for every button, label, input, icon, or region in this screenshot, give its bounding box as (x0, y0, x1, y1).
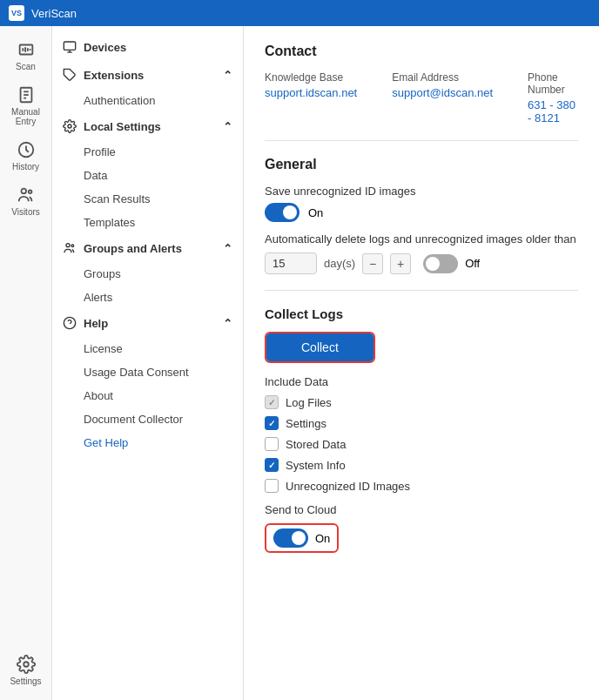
sidebar-devices-label: Devices (84, 41, 126, 54)
save-unrecognized-toggle[interactable] (265, 203, 300, 222)
contact-title: Contact (265, 44, 578, 59)
days-input-row: day(s) − + Off (265, 252, 578, 274)
history-icon (17, 140, 36, 159)
checkbox-system-info: System Info (265, 458, 578, 472)
contact-email: Email Address support@idscan.net (392, 71, 493, 125)
groups-alerts-chevron: ⌃ (223, 242, 232, 255)
save-unrecognized-toggle-row: On (265, 203, 578, 222)
knowledge-base-label: Knowledge Base (265, 71, 357, 84)
svg-point-18 (66, 244, 70, 247)
sidebar-item-alerts[interactable]: Alerts (52, 286, 243, 309)
sidebar-item-scan-results[interactable]: Scan Results (52, 187, 243, 211)
groups-icon (63, 241, 77, 255)
auto-delete-toggle-label: Off (465, 257, 480, 270)
settings-icon (17, 655, 36, 674)
sidebar-section-help[interactable]: Help ⌃ (52, 309, 243, 337)
top-bar: VS VeriScan (0, 0, 599, 26)
auto-delete-toggle[interactable] (423, 254, 458, 273)
icon-nav: Scan Manual Entry History Visitors (0, 26, 52, 700)
sidebar-help-label: Help (84, 317, 108, 330)
app-title: VeriScan (31, 7, 77, 20)
email-label: Email Address (392, 71, 493, 84)
sidebar-section-groups-alerts[interactable]: Groups and Alerts ⌃ (52, 234, 243, 262)
nav-history[interactable]: History (0, 133, 51, 178)
extensions-icon (63, 68, 77, 82)
settings-label: Settings (286, 417, 326, 430)
extensions-chevron: ⌃ (223, 69, 232, 82)
sidebar-section-devices[interactable]: Devices (52, 33, 243, 61)
sidebar-item-authentication[interactable]: Authentication (52, 89, 243, 112)
settings-checkbox[interactable] (265, 416, 279, 430)
sidebar-section-extensions[interactable]: Extensions ⌃ (52, 61, 243, 89)
sidebar-item-usage-data-consent[interactable]: Usage Data Consent (52, 360, 243, 384)
days-input[interactable] (265, 252, 317, 274)
nav-visitors[interactable]: Visitors (0, 178, 51, 224)
local-settings-icon (63, 119, 77, 133)
knowledge-base-link[interactable]: support.idscan.net (265, 86, 357, 99)
phone-label: Phone Number (528, 71, 578, 96)
manual-entry-icon (17, 85, 36, 104)
nav-settings-label: Settings (10, 676, 41, 686)
days-decrement-button[interactable]: − (362, 253, 383, 274)
log-files-checkbox[interactable] (265, 395, 279, 409)
sidebar-item-document-collector[interactable]: Document Collector (52, 407, 243, 431)
general-title: General (265, 157, 578, 172)
collect-logs-section: Collect Logs Collect Include Data Log Fi… (265, 306, 578, 553)
icon-nav-bottom: Settings (0, 648, 51, 700)
save-unrecognized-toggle-label: On (308, 206, 323, 219)
app-logo: VS (9, 5, 24, 21)
nav-manual-entry[interactable]: Manual Entry (0, 78, 51, 133)
collect-logs-title: Collect Logs (265, 306, 578, 321)
sidebar-item-groups[interactable]: Groups (52, 262, 243, 286)
sidebar: Devices Extensions ⌃ Authentication Loca… (52, 26, 244, 700)
contact-knowledge-base: Knowledge Base support.idscan.net (265, 71, 357, 125)
send-to-cloud-toggle[interactable] (273, 528, 308, 548)
nav-scan-label: Scan (16, 62, 36, 71)
system-info-checkbox[interactable] (265, 458, 279, 472)
stored-data-label: Stored Data (286, 438, 346, 451)
send-to-cloud-row: Send to Cloud On (265, 503, 578, 553)
days-increment-button[interactable]: + (390, 253, 411, 274)
sidebar-item-get-help[interactable]: Get Help (52, 431, 243, 454)
include-data-label-row: Include Data (265, 375, 578, 388)
sidebar-section-local-settings[interactable]: Local Settings ⌃ (52, 112, 243, 140)
phone-link[interactable]: 631 - 380 - 8121 (528, 98, 575, 125)
send-to-cloud-toggle-label: On (315, 532, 330, 545)
sidebar-local-settings-label: Local Settings (84, 120, 161, 133)
nav-visitors-label: Visitors (11, 207, 40, 217)
svg-point-17 (68, 125, 71, 128)
email-link[interactable]: support@idscan.net (392, 86, 493, 99)
sidebar-item-about[interactable]: About (52, 384, 243, 407)
local-settings-chevron: ⌃ (223, 120, 232, 133)
unrecognized-images-checkbox[interactable] (265, 479, 279, 493)
contact-general-divider (265, 140, 578, 141)
help-icon (63, 316, 77, 330)
svg-point-19 (71, 245, 74, 247)
monitor-icon (63, 40, 77, 54)
auto-delete-row: Automatically delete logs and unrecogniz… (265, 232, 578, 274)
nav-settings[interactable]: Settings (0, 648, 51, 693)
save-unrecognized-label: Save unrecognized ID images (265, 185, 578, 198)
main-layout: Scan Manual Entry History Visitors (0, 26, 599, 700)
stored-data-checkbox[interactable] (265, 437, 279, 451)
sidebar-item-data[interactable]: Data (52, 164, 243, 187)
sidebar-item-profile[interactable]: Profile (52, 140, 243, 164)
sidebar-item-license[interactable]: License (52, 337, 243, 360)
scan-icon (17, 40, 36, 59)
send-to-cloud-label: Send to Cloud (265, 503, 578, 516)
checkbox-log-files: Log Files (265, 395, 578, 409)
days-unit: day(s) (324, 257, 355, 270)
collect-button-wrapper: Collect (265, 332, 375, 363)
svg-point-10 (21, 189, 26, 194)
nav-scan[interactable]: Scan (0, 33, 51, 78)
svg-point-11 (28, 191, 31, 194)
nav-history-label: History (12, 162, 39, 172)
sidebar-item-templates[interactable]: Templates (52, 211, 243, 234)
main-content: Contact Knowledge Base support.idscan.ne… (244, 26, 599, 700)
auto-delete-label: Automatically delete logs and unrecogniz… (265, 232, 578, 246)
checkbox-unrecognized-images: Unrecognized ID Images (265, 479, 578, 493)
general-collect-divider (265, 290, 578, 291)
unrecognized-images-label: Unrecognized ID Images (286, 480, 410, 493)
collect-button[interactable]: Collect (266, 333, 374, 361)
system-info-label: System Info (286, 459, 346, 472)
